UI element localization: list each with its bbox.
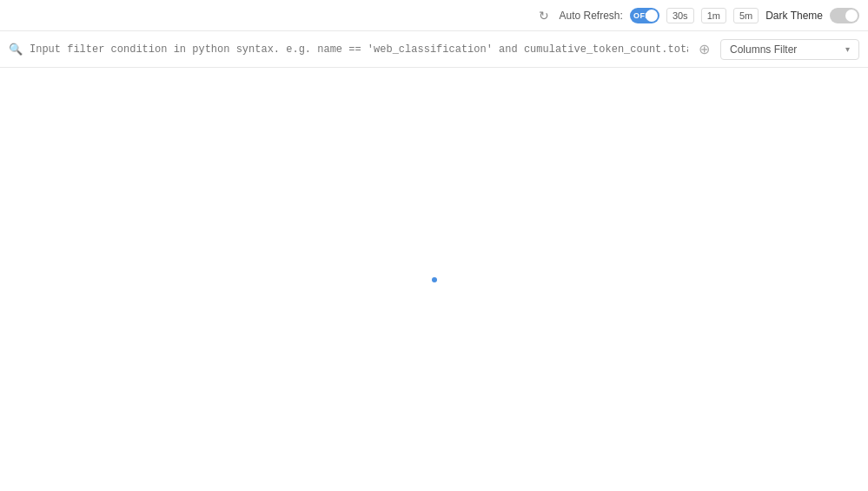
filter-input[interactable] [30,43,688,56]
search-icon: 🔍 [9,43,23,56]
toggle-knob [646,10,658,22]
interval-1m-button[interactable]: 1m [701,8,726,23]
dark-theme-label: Dark Theme [765,10,823,22]
refresh-button[interactable]: ↻ [535,7,553,24]
auto-refresh-toggle[interactable]: OFF [630,8,659,23]
chevron-down-icon: ▾ [845,44,850,54]
dark-theme-toggle[interactable] [830,8,859,23]
loading-indicator [432,277,437,282]
interval-5m-button[interactable]: 5m [733,8,759,23]
auto-refresh-label: Auto Refresh: [560,10,623,22]
main-content [0,68,868,491]
refresh-icon: ↻ [539,9,549,23]
columns-filter-dropdown[interactable]: Columns Filter ▾ [720,39,859,60]
toolbar: ↻ Auto Refresh: OFF 30s 1m 5m Dark Theme [0,0,868,31]
columns-filter-label: Columns Filter [730,43,797,56]
interval-30s-button[interactable]: 30s [666,8,694,23]
filter-bar: 🔍 ⊕ Columns Filter ▾ [0,31,868,68]
dark-theme-toggle-knob [845,10,858,22]
add-filter-button[interactable]: ⊕ [695,41,713,57]
